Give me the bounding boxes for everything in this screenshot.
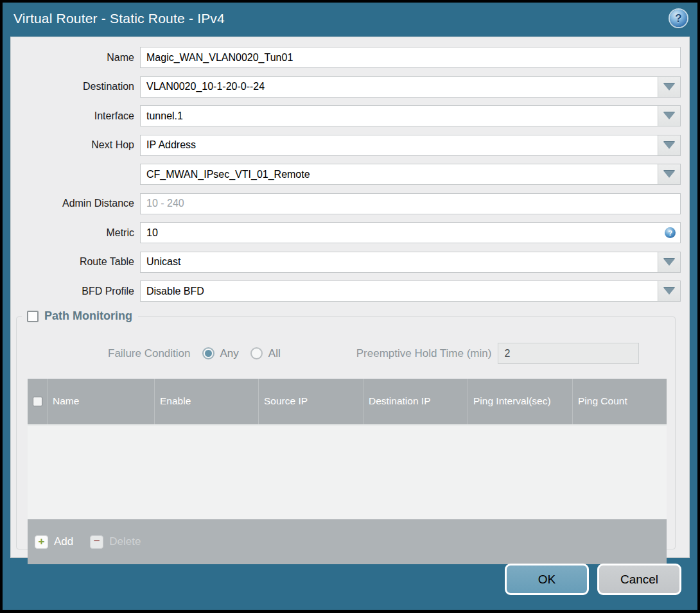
chevron-down-icon — [663, 112, 675, 119]
failure-condition-row: Failure Condition Any All Preemptive Hol… — [17, 343, 661, 364]
metric-help-icon[interactable]: ? — [665, 227, 676, 238]
add-button-label: Add — [54, 535, 73, 548]
failure-condition-label: Failure Condition — [108, 347, 191, 360]
minus-icon: − — [90, 535, 103, 549]
route-table-label: Route Table — [11, 256, 140, 268]
bfd-profile-input[interactable] — [140, 281, 658, 302]
bfd-profile-label: BFD Profile — [11, 286, 140, 297]
add-button[interactable]: + Add — [35, 535, 73, 549]
form-row-metric: Metric ? — [11, 222, 681, 243]
static-route-dialog: Virtual Router - Static Route - IPv4 ? N… — [3, 3, 697, 610]
column-header-source-ip[interactable]: Source IP — [258, 379, 363, 424]
path-monitoring-checkbox[interactable] — [27, 311, 39, 322]
chevron-down-icon — [663, 83, 675, 91]
destination-dropdown-button[interactable] — [658, 76, 681, 98]
metric-label: Metric — [11, 227, 140, 239]
next-hop-type-dropdown-button[interactable] — [658, 135, 681, 156]
route-table-input[interactable] — [140, 252, 658, 273]
form-row-interface: Interface — [11, 105, 681, 126]
failure-condition-any-label: Any — [220, 347, 239, 360]
cancel-button[interactable]: Cancel — [597, 564, 681, 595]
plus-icon: + — [35, 535, 48, 549]
form-row-next-hop: Next Hop — [11, 135, 681, 156]
failure-condition-all-radio[interactable] — [250, 347, 263, 359]
path-monitoring-section: Path Monitoring Failure Condition Any Al… — [16, 316, 676, 549]
destination-label: Destination — [11, 81, 140, 92]
admin-distance-input[interactable] — [140, 193, 681, 214]
next-hop-type-input[interactable] — [140, 135, 658, 156]
column-header-ping-interval[interactable]: Ping Interval(sec) — [468, 379, 572, 424]
bfd-profile-dropdown-button[interactable] — [658, 281, 681, 302]
chevron-down-icon — [663, 288, 675, 295]
dialog-footer: OK Cancel — [505, 564, 681, 595]
select-all-checkbox[interactable] — [33, 397, 42, 406]
help-icon[interactable]: ? — [670, 10, 687, 27]
dialog-title: Virtual Router - Static Route - IPv4 — [13, 11, 670, 26]
destination-input[interactable] — [140, 76, 658, 98]
preemptive-hold-time-input[interactable] — [498, 343, 639, 364]
interface-label: Interface — [11, 110, 140, 122]
form-row-destination: Destination — [11, 76, 681, 98]
column-header-enable[interactable]: Enable — [154, 379, 258, 424]
form-row-name: Name — [11, 47, 681, 68]
next-hop-label: Next Hop — [11, 139, 140, 151]
column-header-destination-ip[interactable]: Destination IP — [363, 379, 468, 424]
path-monitoring-title: Path Monitoring — [44, 309, 132, 323]
chevron-down-icon — [663, 142, 675, 149]
interface-dropdown-button[interactable] — [658, 105, 681, 126]
table-toolbar: + Add − Delete — [28, 519, 667, 564]
chevron-down-icon — [663, 171, 675, 178]
delete-button[interactable]: − Delete — [90, 535, 141, 549]
dialog-titlebar: Virtual Router - Static Route - IPv4 ? — [3, 3, 697, 34]
chevron-down-icon — [663, 259, 675, 266]
name-label: Name — [11, 52, 140, 64]
failure-condition-all-label: All — [268, 347, 281, 360]
form-row-next-hop-address — [11, 164, 681, 185]
ok-button[interactable]: OK — [505, 564, 589, 595]
next-hop-address-input[interactable] — [140, 164, 658, 185]
preemptive-hold-time-label: Preemptive Hold Time (min) — [356, 347, 492, 360]
form-row-route-table: Route Table — [11, 252, 681, 273]
form-row-admin-distance: Admin Distance — [11, 193, 681, 214]
path-monitoring-table: Name Enable Source IP Destination IP Pin… — [28, 379, 667, 564]
admin-distance-label: Admin Distance — [11, 198, 140, 209]
column-header-name[interactable]: Name — [47, 379, 154, 424]
table-body-empty — [28, 424, 667, 519]
select-all-cell — [28, 379, 47, 424]
path-monitoring-legend: Path Monitoring — [22, 309, 138, 323]
dialog-content-panel: Name Destination Interface — [10, 37, 690, 558]
route-table-dropdown-button[interactable] — [658, 252, 681, 273]
form-row-bfd-profile: BFD Profile — [11, 281, 681, 302]
failure-condition-any-radio[interactable] — [202, 347, 214, 359]
column-header-ping-count[interactable]: Ping Count — [572, 379, 667, 424]
delete-button-label: Delete — [109, 535, 141, 548]
interface-input[interactable] — [140, 105, 658, 126]
metric-input[interactable] — [140, 222, 681, 243]
name-input[interactable] — [140, 47, 681, 68]
table-header-row: Name Enable Source IP Destination IP Pin… — [28, 379, 667, 424]
next-hop-address-dropdown-button[interactable] — [658, 164, 681, 185]
